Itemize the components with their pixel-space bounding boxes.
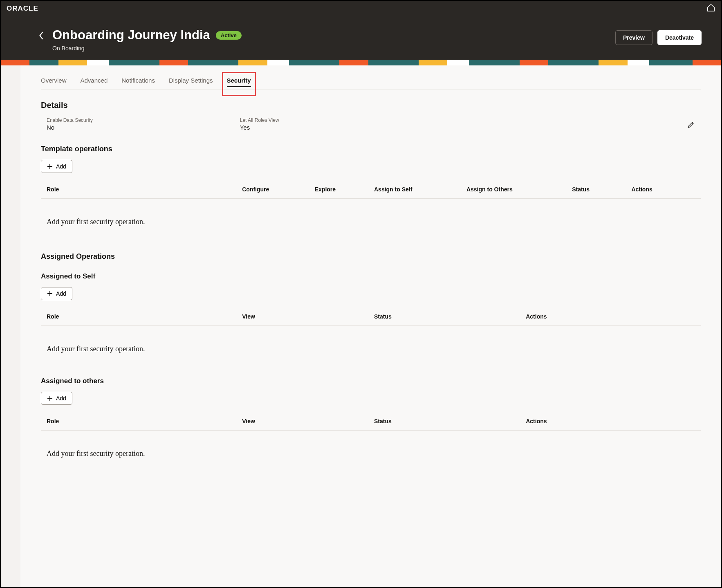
decorative-banner [1, 60, 721, 65]
tab-display-settings[interactable]: Display Settings [169, 77, 213, 90]
left-gutter [1, 65, 20, 587]
tab-advanced[interactable]: Advanced [81, 77, 108, 90]
tab-overview[interactable]: Overview [41, 77, 67, 90]
col-role: Role [41, 181, 239, 199]
plus-icon [47, 291, 53, 296]
col-status: Status [569, 181, 628, 199]
template-operations-table: Role Configure Explore Assign to Self As… [41, 181, 701, 199]
home-icon[interactable] [706, 3, 715, 14]
page-title: Onboarding Journey India [52, 28, 210, 43]
deactivate-button[interactable]: Deactivate [657, 30, 702, 45]
col-status: Status [371, 413, 522, 431]
assigned-to-others-heading: Assigned to others [41, 377, 701, 385]
col-role: Role [41, 413, 239, 431]
tab-notifications[interactable]: Notifications [121, 77, 155, 90]
details-heading: Details [41, 101, 701, 110]
add-template-operation-button[interactable]: Add [41, 160, 72, 173]
template-operations-empty: Add your first security operation. [41, 199, 701, 238]
assigned-self-empty: Add your first security operation. [41, 326, 701, 366]
assigned-to-self-heading: Assigned to Self [41, 272, 701, 281]
col-assign-others: Assign to Others [463, 181, 569, 199]
oracle-logo: ORACLE [7, 4, 38, 13]
col-actions: Actions [522, 308, 701, 326]
edit-details-icon[interactable] [687, 121, 695, 130]
col-view: View [239, 413, 371, 431]
assigned-self-table: Role View Status Actions [41, 308, 701, 326]
template-operations-heading: Template operations [41, 145, 701, 153]
add-assigned-others-label: Add [56, 395, 66, 402]
col-actions: Actions [522, 413, 701, 431]
let-all-roles-view-value: Yes [240, 124, 279, 131]
brand-bar: ORACLE [1, 1, 721, 16]
col-view: View [239, 308, 371, 326]
status-badge: Active [216, 31, 242, 40]
col-explore: Explore [312, 181, 371, 199]
assigned-others-empty: Add your first security operation. [41, 431, 701, 470]
assigned-others-table: Role View Status Actions [41, 413, 701, 431]
col-role: Role [41, 308, 239, 326]
plus-icon [47, 164, 53, 169]
col-actions: Actions [628, 181, 701, 199]
col-assign-self: Assign to Self [371, 181, 463, 199]
page-subtitle: On Boarding [52, 45, 242, 52]
tab-security[interactable]: Security [227, 77, 251, 90]
add-assigned-self-button[interactable]: Add [41, 287, 72, 300]
add-assigned-others-button[interactable]: Add [41, 392, 72, 405]
page-header: Onboarding Journey India Active On Board… [1, 16, 721, 60]
back-icon[interactable] [38, 31, 44, 42]
col-configure: Configure [239, 181, 312, 199]
col-status: Status [371, 308, 522, 326]
tab-bar: Overview Advanced Notifications Display … [41, 65, 701, 90]
details-row: Enable Data Security No Let All Roles Vi… [41, 117, 701, 131]
assigned-operations-heading: Assigned Operations [41, 252, 701, 261]
let-all-roles-view-label: Let All Roles View [240, 117, 279, 123]
add-assigned-self-label: Add [56, 290, 66, 297]
enable-data-security-value: No [47, 124, 93, 131]
enable-data-security-label: Enable Data Security [47, 117, 93, 123]
add-template-operation-label: Add [56, 163, 66, 170]
preview-button[interactable]: Preview [615, 30, 652, 45]
plus-icon [47, 395, 53, 401]
